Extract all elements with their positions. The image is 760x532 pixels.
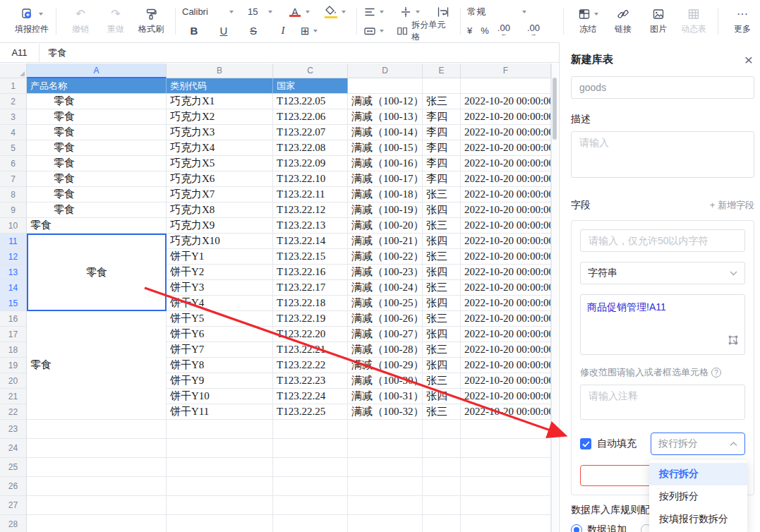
cell-D6[interactable]: 满减（100-16） <box>348 156 423 171</box>
cell-name-box[interactable]: A11 <box>0 44 40 63</box>
cell-B2[interactable]: 巧克力X1 <box>167 94 273 109</box>
cell-B8[interactable]: 巧克力X7 <box>167 187 273 202</box>
wrap-text-button[interactable] <box>437 6 450 18</box>
cell-B16[interactable]: 饼干Y5 <box>167 311 273 327</box>
cell-B24[interactable] <box>167 439 273 458</box>
cell-F15[interactable]: 2022-10-20 00:00:00 <box>461 296 551 311</box>
radio-数据追加[interactable]: 数据追加 <box>571 524 627 532</box>
cell-D8[interactable]: 满减（100-18） <box>348 187 423 202</box>
cell-C15[interactable]: T123.22.18 <box>273 296 348 311</box>
comment-textarea[interactable] <box>580 385 745 420</box>
description-textarea[interactable] <box>571 131 754 178</box>
cell-E22[interactable]: 张三 <box>423 404 461 420</box>
help-icon[interactable]: ? <box>711 368 721 377</box>
row-header-16[interactable]: 16 <box>0 311 27 327</box>
row-header-7[interactable]: 7 <box>0 171 27 187</box>
cell-B18[interactable]: 饼干Y7 <box>167 342 273 358</box>
cell-E4[interactable]: 李四 <box>423 125 461 140</box>
cell-B22[interactable]: 饼干Y11 <box>167 404 273 420</box>
cell-F24[interactable] <box>461 439 551 458</box>
italic-button[interactable]: I <box>271 25 295 37</box>
autofill-checkbox[interactable] <box>580 438 591 449</box>
cell-C13[interactable]: T123.22.16 <box>273 265 348 280</box>
col-header-F[interactable]: F <box>461 64 551 78</box>
format-painter-button[interactable]: 格式刷 <box>133 7 169 35</box>
cell-F16[interactable]: 2022-10-20 00:00:00 <box>461 311 551 327</box>
row-header-20[interactable]: 20 <box>0 373 27 389</box>
radio-selected-icon[interactable] <box>571 524 582 532</box>
cell-D7[interactable]: 满减（100-17） <box>348 171 423 187</box>
cell-F1[interactable] <box>461 78 551 94</box>
cell-D18[interactable]: 满减（100-28） <box>348 342 423 358</box>
cell-B21[interactable]: 饼干Y10 <box>167 389 273 404</box>
cell-C8[interactable]: T123.22.11 <box>273 187 348 202</box>
split-mode-select[interactable]: 按行拆分 <box>651 433 745 455</box>
horizontal-align-button[interactable] <box>363 6 384 18</box>
cell-E27[interactable] <box>423 496 461 515</box>
cell-B5[interactable]: 巧克力X4 <box>167 140 273 156</box>
cell-B17[interactable]: 饼干Y6 <box>167 327 273 342</box>
cell-F20[interactable]: 2022-10-20 00:00:00 <box>461 373 551 389</box>
cell-F10[interactable]: 2022-10-20 00:00:00 <box>461 218 551 234</box>
cell-C22[interactable]: T123.22.25 <box>273 404 348 420</box>
cell-C11[interactable]: T123.22.14 <box>273 234 348 249</box>
cell-A6[interactable]: 零食 <box>27 156 167 171</box>
cell-E11[interactable]: 张四 <box>423 234 461 249</box>
cell-F12[interactable]: 2022-10-20 00:00:00 <box>461 249 551 265</box>
cell-F7[interactable]: 2022-10-20 00:00:00 <box>461 171 551 187</box>
row-header-4[interactable]: 4 <box>0 125 27 140</box>
freeze-button[interactable]: 冻结 <box>570 7 605 35</box>
formula-input[interactable]: 零食 <box>40 47 66 59</box>
row-header-3[interactable]: 3 <box>0 109 27 125</box>
row-header-11[interactable]: 11 <box>0 234 27 249</box>
cell-D26[interactable] <box>348 477 423 496</box>
cell-A26[interactable] <box>27 477 167 496</box>
fill-color-button[interactable] <box>324 6 346 18</box>
cell-D3[interactable]: 满减（100-13） <box>348 109 423 125</box>
cell-D12[interactable]: 满减（100-22） <box>348 249 423 265</box>
cell-C18[interactable]: T123.22.21 <box>273 342 348 358</box>
cell-E15[interactable]: 张四 <box>423 296 461 311</box>
cell-E21[interactable]: 张四 <box>423 389 461 404</box>
cell-C24[interactable] <box>273 439 348 458</box>
cell-B6[interactable]: 巧克力X5 <box>167 156 273 171</box>
cell-F9[interactable]: 2022-10-20 00:00:00 <box>461 202 551 218</box>
cell-C12[interactable]: T123.22.15 <box>273 249 348 265</box>
menu-item-按行拆分[interactable]: 按行拆分 <box>649 463 747 485</box>
cell-E20[interactable]: 张三 <box>423 373 461 389</box>
image-button[interactable]: 图片 <box>641 7 676 35</box>
cell-A8[interactable]: 零食 <box>27 187 167 202</box>
cell-D22[interactable]: 满减（100-32） <box>348 404 423 420</box>
cell-C26[interactable] <box>273 477 348 496</box>
row-header-23[interactable]: 23 <box>0 420 27 439</box>
cell-F21[interactable]: 2022-10-20 00:00:00 <box>461 389 551 404</box>
underline-button[interactable]: U <box>212 25 236 37</box>
cell-D15[interactable]: 满减（100-25） <box>348 296 423 311</box>
cell-C19[interactable]: T123.22.22 <box>273 358 348 373</box>
bold-button[interactable]: B <box>182 25 206 37</box>
cell-D9[interactable]: 满减（100-19） <box>348 202 423 218</box>
row-header-10[interactable]: 10 <box>0 218 27 234</box>
row-header-5[interactable]: 5 <box>0 140 27 156</box>
cell-A27[interactable] <box>27 496 167 515</box>
cell-B9[interactable]: 巧克力X8 <box>167 202 273 218</box>
cell-B26[interactable] <box>167 477 273 496</box>
cell-D27[interactable] <box>348 496 423 515</box>
cell-E9[interactable]: 张四 <box>423 202 461 218</box>
cell-F5[interactable]: 2022-10-20 00:00:00 <box>461 140 551 156</box>
col-header-A[interactable]: A <box>27 64 167 78</box>
cell-D24[interactable] <box>348 439 423 458</box>
cell-E16[interactable]: 张三 <box>423 311 461 327</box>
vertical-align-button[interactable] <box>399 6 420 18</box>
cell-A1[interactable]: 产品名称 <box>27 78 167 94</box>
cell-B1[interactable]: 类别代码 <box>167 78 273 94</box>
cell-C17[interactable]: T123.22.20 <box>273 327 348 342</box>
row-header-24[interactable]: 24 <box>0 439 27 458</box>
cell-D2[interactable]: 满减（100-12） <box>348 94 423 109</box>
cell-D5[interactable]: 满减（100-15） <box>348 140 423 156</box>
cell-A4[interactable]: 零食 <box>27 125 167 140</box>
cell-F27[interactable] <box>461 496 551 515</box>
cell-B10[interactable]: 巧克力X9 <box>167 218 273 234</box>
cell-D10[interactable]: 满减（100-20） <box>348 218 423 234</box>
cell-B3[interactable]: 巧克力X2 <box>167 109 273 125</box>
